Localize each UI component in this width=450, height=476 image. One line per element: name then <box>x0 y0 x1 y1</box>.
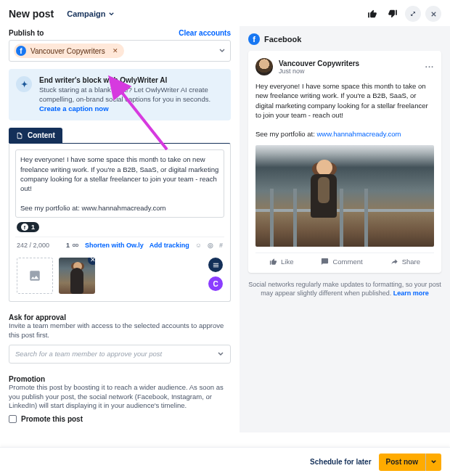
comment-button[interactable]: Comment <box>321 258 362 266</box>
approval-search-input[interactable]: Search for a team member to approve your… <box>9 345 231 364</box>
learn-more-link[interactable]: Learn more <box>393 290 429 297</box>
chevron-down-icon <box>430 459 437 465</box>
emoji-icon[interactable]: ☺ <box>195 242 202 249</box>
like-icon <box>269 258 277 266</box>
publish-to-label: Publish to <box>9 29 44 37</box>
poster-time: Just now <box>279 67 359 75</box>
share-icon <box>390 258 398 266</box>
remove-media-button[interactable]: ✕ <box>88 258 95 265</box>
post-now-button[interactable]: Post now <box>379 454 425 471</box>
minimize-button[interactable] <box>405 6 421 22</box>
facebook-preview-card: Vancouver Copywriters Just now ··· Hey e… <box>248 51 441 273</box>
account-select[interactable]: f Vancouver Copywriters ✕ <box>9 40 231 62</box>
link-count: 1 <box>66 242 79 249</box>
campaign-dropdown[interactable]: Campaign <box>67 9 115 18</box>
sparkle-icon: ✦ <box>16 76 32 92</box>
media-library-button[interactable] <box>208 258 223 272</box>
post-now-dropdown[interactable] <box>426 454 441 471</box>
close-button[interactable] <box>425 6 441 22</box>
post-textarea[interactable]: Hey everyone! I have some space this mon… <box>15 149 224 218</box>
char-count: 242 / 2,000 <box>17 242 49 249</box>
promote-checkbox[interactable]: Promote this post <box>9 415 231 423</box>
promotion-title: Promotion <box>9 375 231 383</box>
preview-network-title: Facebook <box>264 35 301 44</box>
ai-banner-body: Stuck staring at a blank page? Let OwlyW… <box>39 86 224 113</box>
canva-button[interactable]: C <box>208 276 223 291</box>
share-button[interactable]: Share <box>390 258 420 266</box>
promotion-desc: Promote this post by boosting it to reac… <box>9 383 231 411</box>
checkbox-icon <box>9 415 17 423</box>
document-icon <box>16 132 23 139</box>
create-caption-link[interactable]: Create a caption now <box>39 104 109 112</box>
link-icon <box>72 242 79 249</box>
add-tracking-link[interactable]: Add tracking <box>150 242 189 249</box>
comment-icon <box>321 258 329 266</box>
media-thumbnail[interactable]: ✕ <box>59 258 95 294</box>
approval-title: Ask for approval <box>9 313 231 321</box>
post-now-split-button: Post now <box>379 454 441 471</box>
preview-image <box>255 145 434 247</box>
shorten-link[interactable]: Shorten with Ow.ly <box>85 242 144 249</box>
poster-name: Vancouver Copywriters <box>279 60 359 67</box>
preview-disclaimer: Social networks regularly make updates t… <box>248 280 441 298</box>
campaign-label: Campaign <box>67 9 105 18</box>
image-icon <box>28 269 41 282</box>
more-options-button[interactable]: ··· <box>425 62 434 71</box>
portfolio-url: www.hannahmacready.com <box>81 204 165 212</box>
account-chip: f Vancouver Copywriters ✕ <box>14 44 124 58</box>
preview-text: Hey everyone! I have some space this mon… <box>255 81 434 139</box>
content-tab[interactable]: Content <box>9 128 62 143</box>
avatar <box>255 58 273 75</box>
ai-banner-title: End writer's block with OwlyWriter AI <box>39 76 224 84</box>
facebook-icon: f <box>16 46 26 56</box>
hashtag-icon[interactable]: # <box>219 242 223 249</box>
preview-url[interactable]: www.hannahmacready.com <box>316 130 401 138</box>
ai-banner: ✦ End writer's block with OwlyWriter AI … <box>9 69 231 120</box>
account-name: Vancouver Copywriters <box>30 47 105 55</box>
approval-desc: Invite a team member with access to the … <box>9 321 231 340</box>
page-title: New post <box>9 8 54 20</box>
chevron-down-icon <box>108 11 115 17</box>
chevron-down-icon <box>218 47 226 54</box>
add-media-button[interactable] <box>17 258 53 294</box>
facebook-icon: f <box>248 33 260 45</box>
schedule-button[interactable]: Schedule for later <box>310 458 371 466</box>
chevron-down-icon <box>217 350 224 358</box>
clear-accounts-link[interactable]: Clear accounts <box>179 29 231 37</box>
location-icon[interactable]: ◎ <box>208 242 213 249</box>
network-counter-pill: f 1 <box>17 222 39 232</box>
thumbs-down-button[interactable] <box>385 6 401 22</box>
remove-account-button[interactable]: ✕ <box>111 46 120 55</box>
thumbs-up-button[interactable] <box>364 6 380 22</box>
like-button[interactable]: Like <box>269 258 293 266</box>
